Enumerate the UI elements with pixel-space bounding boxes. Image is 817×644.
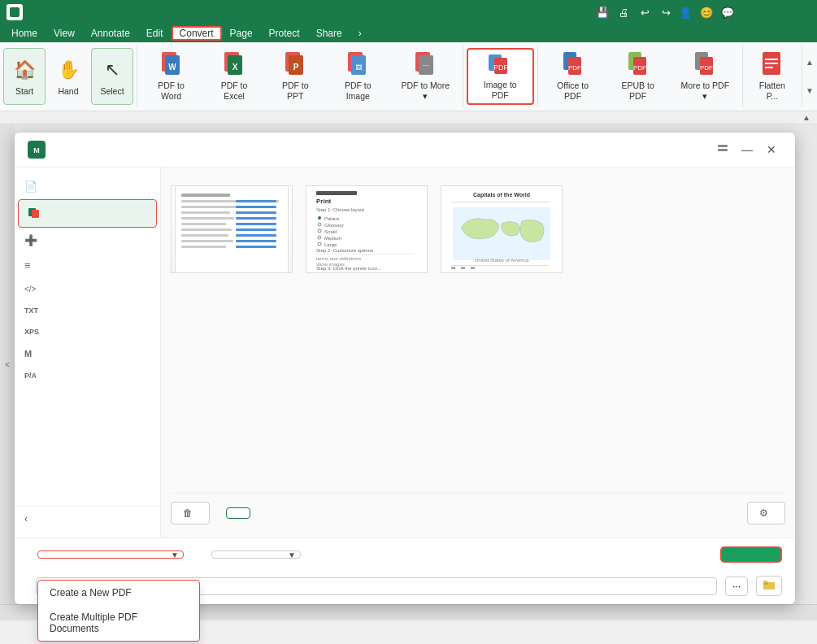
menu-home[interactable]: Home	[3, 26, 46, 41]
svg-text:W: W	[168, 63, 176, 72]
ribbon-pdf-to-more[interactable]: ··· PDF to More ▾	[392, 48, 459, 105]
sidebar-item-image-to-pdf[interactable]	[18, 199, 157, 228]
ribbon-pdf-to-ppt[interactable]: P PDF to PPT	[267, 48, 324, 105]
menu-protect[interactable]: Protect	[261, 26, 308, 41]
collapse-ribbon-btn[interactable]: ▲	[802, 113, 810, 122]
dialog-minimize-button[interactable]: —	[737, 141, 758, 159]
pdf-to-word-label: PDF to Word	[147, 80, 195, 101]
menu-convert[interactable]: Convert	[172, 26, 222, 41]
svg-rect-30	[765, 67, 773, 68]
clear-all-button[interactable]: 🗑	[171, 502, 210, 524]
ribbon-image-to-pdf[interactable]: PDF Image to PDF	[467, 48, 534, 105]
txt-pdf-icon: TXT	[24, 307, 37, 315]
svg-rect-47	[181, 223, 226, 225]
svg-rect-57	[175, 187, 176, 272]
sidebar-item-xps-to-pdf[interactable]: XPS	[15, 321, 160, 342]
account-icon[interactable]: 👤	[676, 4, 695, 20]
app-logo	[7, 4, 23, 20]
svg-text:X: X	[232, 63, 238, 72]
sidebar-item-html-to-pdf[interactable]: </>	[15, 278, 160, 300]
menu-view[interactable]: View	[46, 26, 83, 41]
menu-annotate[interactable]: Annotate	[83, 26, 138, 41]
image-thumb-1[interactable]	[171, 185, 293, 273]
output-folder-button[interactable]	[756, 576, 782, 596]
sidebar-item-office-to-pdf[interactable]: 📄	[15, 174, 160, 199]
ribbon-more-to-pdf[interactable]: PDF More to PDF ▾	[671, 48, 739, 105]
svg-rect-49	[181, 234, 228, 237]
page-size-select[interactable]	[211, 550, 301, 559]
dialog-close-button[interactable]: ✕	[761, 141, 782, 159]
menu-more[interactable]: ›	[350, 26, 370, 41]
options-select[interactable]	[37, 550, 184, 559]
ribbon-epub-to-pdf[interactable]: PDF EPUB to PDF	[606, 48, 670, 105]
titlebar-actions: 💾 🖨 ↩ ↪	[593, 4, 676, 20]
ribbon-select[interactable]: ↖ Select	[91, 48, 133, 105]
images-grid: Print Step 1: Choose layout Palace Gloss…	[171, 185, 785, 493]
svg-rect-48	[181, 228, 232, 231]
add-files-button[interactable]	[226, 507, 250, 519]
sidebar-item-epub-to-pdf[interactable]: ≡	[15, 253, 160, 278]
image-thumb-3[interactable]: Capitals of the World United States of A…	[441, 185, 563, 273]
left-collapse-bar[interactable]: <	[0, 124, 15, 604]
svg-rect-28	[765, 59, 778, 60]
ribbon-pdf-to-image[interactable]: 🖼 PDF to Image	[326, 48, 390, 105]
ribbon-select-label: Select	[100, 86, 124, 97]
svg-rect-84	[451, 267, 455, 269]
sidebar-item-txt-to-pdf[interactable]: TXT	[15, 300, 160, 321]
image-pdf-sidebar-icon	[28, 207, 41, 220]
start-button[interactable]	[720, 546, 782, 563]
trash-icon: 🗑	[183, 507, 193, 519]
pdf-ppt-icon: P	[282, 51, 308, 77]
undo-icon[interactable]: ↩	[635, 4, 654, 20]
more-features-btn[interactable]: ‹	[15, 506, 161, 531]
ribbon-scroll-up[interactable]: ▲	[804, 48, 815, 76]
office-pdf-icon: PDF	[560, 51, 586, 77]
sidebar-item-pdfa-to-pdf[interactable]: P/A	[15, 365, 160, 386]
sidebar-item-markdown-to-pdf[interactable]: M	[15, 342, 160, 365]
ribbon-flatten[interactable]: Flatten P...	[746, 48, 798, 105]
ribbon-nav: ▲ ▼	[802, 46, 817, 107]
ribbon-hand[interactable]: ✋ Hand	[47, 48, 89, 105]
dialog-settings-icon[interactable]	[712, 141, 733, 159]
chat-icon[interactable]: 💬	[718, 4, 737, 20]
svg-text:Step 3: Click the printer icon: Step 3: Click the printer icon...	[316, 266, 381, 271]
menu-page[interactable]: Page	[222, 26, 261, 41]
close-button[interactable]	[788, 4, 810, 20]
ribbon-start[interactable]: 🏠 Start	[3, 48, 46, 105]
minimize-button[interactable]	[739, 4, 762, 20]
ribbon-pdf-to-word[interactable]: W PDF to Word	[141, 48, 202, 105]
ribbon-scroll-down[interactable]: ▼	[804, 76, 815, 105]
output-browse-button[interactable]: ···	[725, 577, 748, 596]
svg-point-63	[318, 216, 321, 220]
save-icon[interactable]: 💾	[593, 4, 612, 20]
svg-text:PDF: PDF	[568, 64, 581, 72]
dropdown-item-new-pdf[interactable]: Create a New PDF	[38, 581, 199, 605]
pdf-image-icon: 🖼	[345, 51, 371, 77]
image-thumb-2[interactable]: Print Step 1: Choose layout Palace Gloss…	[306, 185, 428, 273]
ribbon-pdf-to-excel[interactable]: X PDF to Excel	[203, 48, 265, 105]
menu-edit[interactable]: Edit	[138, 26, 172, 41]
dialog-controls: — ✕	[712, 141, 782, 159]
user-icon[interactable]: 😊	[697, 4, 716, 20]
setting-button[interactable]: ⚙	[747, 502, 785, 524]
collapse-top-bar: ▲	[0, 111, 817, 124]
more-to-pdf-label: More to PDF ▾	[678, 80, 732, 101]
pdfa-pdf-icon: P/A	[24, 372, 37, 380]
dropdown-item-multiple-pdf[interactable]: Create Multiple PDF Documents	[38, 605, 199, 641]
svg-rect-52	[236, 223, 276, 225]
pdf-more-icon: ···	[412, 51, 438, 77]
menu-share[interactable]: Share	[308, 26, 350, 41]
svg-rect-41	[236, 200, 276, 202]
start-icon: 🏠	[11, 57, 37, 83]
maximize-button[interactable]	[763, 4, 786, 20]
redo-icon[interactable]: ↪	[656, 4, 676, 20]
sidebar-item-cad-to-pdf[interactable]: ➕	[15, 228, 160, 253]
svg-text:Print: Print	[316, 198, 332, 205]
sidebar: 📄 ➕ ≡	[15, 168, 161, 537]
svg-rect-56	[236, 246, 276, 248]
svg-text:Step 1: Choose layout: Step 1: Choose layout	[316, 207, 364, 212]
svg-text:Palace: Palace	[324, 216, 340, 221]
print-icon[interactable]: 🖨	[614, 4, 633, 20]
svg-rect-34	[718, 149, 728, 151]
ribbon-office-to-pdf[interactable]: PDF Office to PDF	[541, 48, 604, 105]
